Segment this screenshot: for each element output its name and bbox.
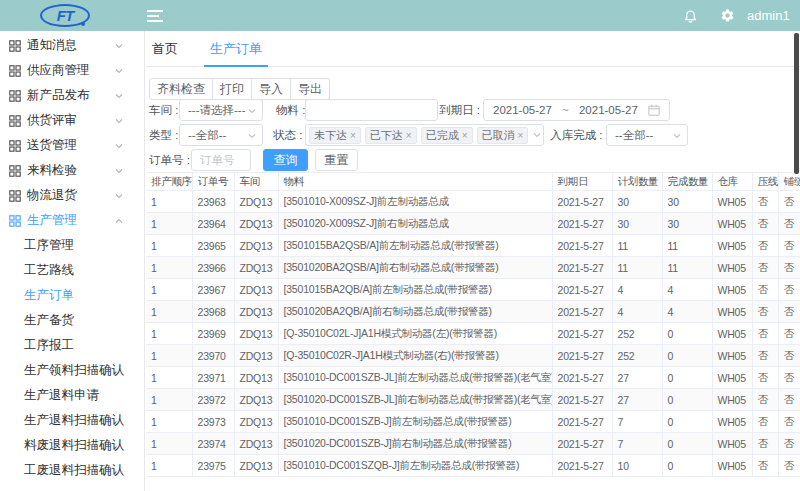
tag-close-icon[interactable]: ×	[406, 130, 412, 141]
table-row[interactable]: 123969ZDQ13[Q-35010C02L-J]A1H模式制动器(左)(带报…	[146, 323, 800, 345]
bell-icon[interactable]	[683, 8, 698, 23]
table-cell: 2021-5-27	[552, 455, 612, 477]
table-cell: 27	[612, 367, 662, 389]
sidebar-item[interactable]: 供应商管理	[0, 58, 144, 83]
status-tag[interactable]: 未下达×	[309, 127, 361, 144]
column-header: 订单号	[192, 173, 234, 191]
table-cell: 否	[778, 279, 800, 301]
toolbar-button[interactable]: 打印	[213, 78, 252, 100]
sidebar-item-label: 供应商管理	[27, 62, 90, 79]
grid-icon	[9, 65, 21, 77]
sidebar-subitem[interactable]: 生产订单	[0, 283, 144, 308]
type-select[interactable]: --全部--	[179, 124, 263, 146]
table-row[interactable]: 123968ZDQ13[3501020BA2QB/A]前右制动器总成(带报警器)…	[146, 301, 800, 323]
username[interactable]: admin1	[747, 0, 790, 31]
vertical-scrollbar-thumb[interactable]	[794, 33, 799, 174]
status-tag[interactable]: 已取消×	[477, 127, 529, 144]
table-cell: 252	[612, 323, 662, 345]
status-multiselect[interactable]: 未下达×已下达×已完成×已取消×	[305, 124, 544, 146]
date-to[interactable]: 2021-05-27	[579, 100, 638, 120]
status-tag[interactable]: 已完成×	[421, 127, 473, 144]
sidebar-subitem[interactable]: 生产退料申请	[0, 383, 144, 408]
table-row[interactable]: 123974ZDQ13[3501020-DC001SZB-J]前右制动器总成(带…	[146, 433, 800, 455]
sidebar-item[interactable]: 生产管理	[0, 208, 144, 233]
table-row[interactable]: 123964ZDQ13[3501020-X009SZ-J]前右制动器总成2021…	[146, 213, 800, 235]
logo-dot	[81, 22, 85, 26]
table-cell: [3501020BA2QB/A]前右制动器总成(带报警器)	[278, 301, 552, 323]
sidebar-subitem[interactable]: 工艺路线	[0, 258, 144, 283]
material-label: 物料 :	[276, 99, 305, 121]
table-row[interactable]: 123970ZDQ13[Q-35010C02R-J]A1H模式制动器(右)(带报…	[146, 345, 800, 367]
due-date-range[interactable]: 2021-05-27 ~ 2021-05-27	[483, 99, 670, 121]
table-row[interactable]: 123975ZDQ13[3501010-DC001SZQB-J]前左制动器总成(…	[146, 455, 800, 477]
tag-close-icon[interactable]: ×	[350, 130, 356, 141]
table-row[interactable]: 123973ZDQ13[3501010-DC001SZB-J]前左制动器总成(带…	[146, 411, 800, 433]
table-cell: 23975	[192, 455, 234, 477]
table-cell: 否	[752, 279, 778, 301]
table-cell: 23965	[192, 235, 234, 257]
stock-in-select[interactable]: --全部--	[606, 124, 688, 146]
table-cell: 23967	[192, 279, 234, 301]
table-row[interactable]: 123967ZDQ13[3501015BA2QB/A]前左制动器总成(带报警器)…	[146, 279, 800, 301]
date-from[interactable]: 2021-05-27	[493, 100, 552, 120]
table-cell: 否	[778, 213, 800, 235]
table-cell: [3501015BA2QSB/A]前左制动器总成(带报警器)	[278, 235, 552, 257]
status-tag[interactable]: 已下达×	[365, 127, 417, 144]
table-cell: WH05	[712, 279, 752, 301]
sidebar-item[interactable]: 新产品发布	[0, 83, 144, 108]
tag-close-icon[interactable]: ×	[518, 130, 524, 141]
tab-item[interactable]: 首页	[146, 31, 184, 67]
table-cell: 否	[778, 235, 800, 257]
sidebar-item[interactable]: 来料检验	[0, 158, 144, 183]
table-cell: 否	[778, 301, 800, 323]
table-cell: 否	[778, 411, 800, 433]
sidebar-subitem[interactable]: 工序报工	[0, 333, 144, 358]
order-no-input[interactable]: 订单号	[191, 149, 251, 171]
material-input[interactable]	[305, 99, 438, 121]
table-cell: 否	[778, 367, 800, 389]
table-cell: 0	[662, 433, 712, 455]
table-row[interactable]: 123966ZDQ13[3501020BA2QSB/A]前右制动器总成(带报警器…	[146, 257, 800, 279]
toolbar-button[interactable]: 导入	[252, 78, 291, 100]
table-cell: 1	[146, 323, 192, 345]
sidebar-item-label: 来料检验	[27, 162, 77, 179]
table-cell: ZDQ13	[234, 433, 278, 455]
sidebar-item[interactable]: 物流退货	[0, 183, 144, 208]
toolbar-button[interactable]: 齐料检查	[149, 78, 213, 100]
table-header-row: 排产顺序订单号车间物料到期日计划数量完成数量仓库压线铺缝	[146, 173, 800, 191]
table-cell: ZDQ13	[234, 389, 278, 411]
grid-icon	[9, 215, 21, 227]
reset-button[interactable]: 重置	[315, 149, 358, 171]
sidebar-subitem[interactable]: 生产退料扫描确认	[0, 408, 144, 433]
table-row[interactable]: 123963ZDQ13[3501010-X009SZ-J]前左制动器总成2021…	[146, 191, 800, 213]
sidebar-subitem[interactable]: 生产领料扫描确认	[0, 358, 144, 383]
table-cell: 2021-5-27	[552, 257, 612, 279]
column-header: 排产顺序	[146, 173, 192, 191]
gear-icon[interactable]	[720, 8, 735, 23]
sidebar-item[interactable]: 通知消息	[0, 33, 144, 58]
sidebar-item[interactable]: 送货管理	[0, 133, 144, 158]
table-row[interactable]: 123971ZDQ13[3501010-DC001SZB-JL]前左制动器总成(…	[146, 367, 800, 389]
collapse-menu-icon[interactable]	[147, 10, 163, 22]
status-label: 状态 :	[273, 124, 302, 146]
tag-close-icon[interactable]: ×	[462, 130, 468, 141]
table-row[interactable]: 123972ZDQ13[3501020-DC001SZB-JL]前右制动器总成(…	[146, 389, 800, 411]
table-cell: 23973	[192, 411, 234, 433]
table-row[interactable]: 123965ZDQ13[3501015BA2QSB/A]前左制动器总成(带报警器…	[146, 235, 800, 257]
sidebar-menu: 通知消息供应商管理新产品发布供货评审送货管理来料检验物流退货生产管理工序管理工艺…	[0, 31, 145, 491]
tab-active[interactable]: 生产订单	[204, 31, 268, 67]
table-cell: ZDQ13	[234, 235, 278, 257]
toolbar-button[interactable]: 导出	[291, 78, 330, 100]
sidebar-item[interactable]: 供货评审	[0, 108, 144, 133]
status-tag-label: 已完成	[426, 128, 459, 143]
table-cell: 2021-5-27	[552, 279, 612, 301]
sidebar-subitem[interactable]: 生产备货	[0, 308, 144, 333]
table-cell: 11	[612, 257, 662, 279]
sidebar-item-label: 送货管理	[27, 137, 77, 154]
workshop-select[interactable]: ---请选择---	[179, 99, 263, 121]
sidebar-subitem[interactable]: 工序管理	[0, 233, 144, 258]
sidebar-subitem[interactable]: 工废退料扫描确认	[0, 458, 144, 483]
search-button[interactable]: 查询	[263, 149, 308, 171]
table-cell: ZDQ13	[234, 455, 278, 477]
sidebar-subitem[interactable]: 料废退料扫描确认	[0, 433, 144, 458]
